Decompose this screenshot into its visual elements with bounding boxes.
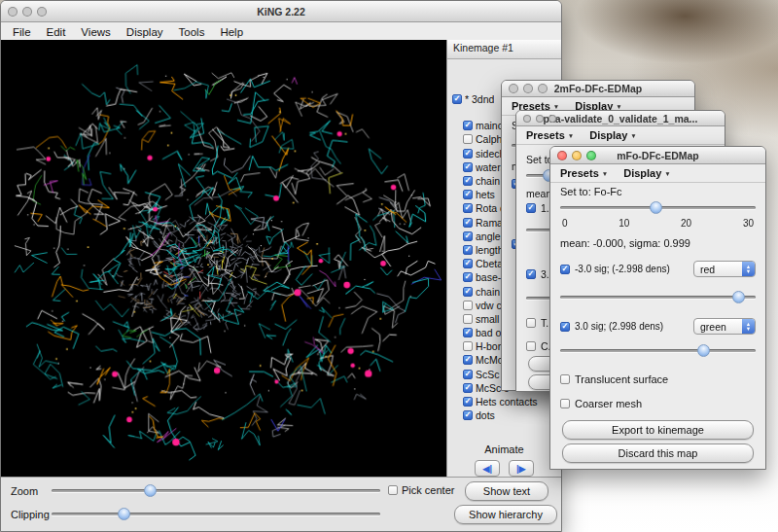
menu-edit[interactable]: Edit [39, 24, 74, 40]
show-hierarchy-button[interactable]: Show hierarchy [454, 505, 557, 524]
panel-item-checkbox[interactable] [463, 314, 473, 324]
panel-item-checkbox[interactable] [463, 134, 473, 144]
neg-contour-label: -3.0 sig; (-2.998 dens) [575, 264, 670, 274]
panel-item-checkbox[interactable] [463, 162, 473, 172]
presets-menu[interactable]: Presets ▼ [526, 129, 574, 141]
panel-item-checkbox[interactable] [463, 287, 473, 297]
neg-contour-slider[interactable] [560, 291, 756, 303]
window-controls [509, 84, 548, 93]
panel-item-checkbox[interactable] [463, 410, 473, 420]
dropdown-arrow-icon: ▼ [664, 170, 670, 177]
panel-item-checkbox[interactable] [463, 272, 473, 282]
close-icon[interactable] [509, 84, 518, 93]
panel-item[interactable]: dots [450, 408, 561, 422]
coarser-mesh-checkbox[interactable] [560, 399, 570, 408]
display-menu[interactable]: Display ▼ [589, 129, 637, 141]
slider-thumb[interactable] [650, 201, 662, 214]
display-menu[interactable]: Display ▼ [623, 167, 671, 179]
display-menu-label: Display [623, 167, 661, 179]
menu-file[interactable]: File [5, 24, 39, 40]
edmap-mfo-titlebar[interactable]: mFo-DFc-EDMap [550, 147, 765, 164]
panel-item-checkbox[interactable] [463, 355, 473, 365]
panel-item-checkbox[interactable] [463, 341, 473, 351]
close-icon[interactable] [523, 115, 531, 123]
popup-down-arrow-icon: ▼ [746, 269, 751, 274]
coarser-mesh-label: Coarser mesh [575, 398, 642, 409]
panel-item-checkbox[interactable] [463, 149, 473, 159]
panel-item-checkbox[interactable] [463, 370, 473, 379]
zoom-window-icon[interactable] [538, 84, 548, 93]
set-to-text: Set to: Fo-Fc [560, 186, 622, 197]
panel-item-checkbox[interactable] [463, 328, 473, 337]
zoom-slider[interactable] [52, 484, 380, 497]
pick-center-checkbox[interactable] [388, 485, 398, 495]
bottom-controls-bar: Zoom Pick center Show text Clipping Show… [1, 477, 561, 531]
coarser-checkbox[interactable] [526, 341, 536, 351]
pos-contour-checkbox[interactable] [560, 322, 570, 332]
slider-track [52, 489, 380, 492]
dropdown-arrow-icon: ▼ [602, 170, 608, 177]
popup-arrows-icon: ▲▼ [742, 262, 755, 276]
panel-item-checkbox[interactable] [463, 383, 473, 393]
panel-item[interactable]: Hets contacts [450, 395, 561, 408]
pka-validate-titlebar[interactable]: pka-validate_0_validate_1_ma... [516, 111, 725, 126]
panel-item-checkbox[interactable] [452, 94, 462, 104]
panel-item-checkbox[interactable] [463, 231, 473, 241]
animate-step-back-button[interactable]: ◀| [475, 460, 500, 477]
tick-label: 10 [619, 218, 629, 229]
slider-thumb[interactable] [732, 291, 745, 303]
zoom-window-icon[interactable] [37, 7, 47, 17]
neg-contour-checkbox[interactable] [560, 265, 570, 274]
animate-step-forward-button[interactable]: |▶ [509, 460, 534, 477]
menu-help[interactable]: Help [212, 24, 251, 40]
panel-item-checkbox[interactable] [463, 190, 473, 199]
pos-contour-slider[interactable] [560, 344, 756, 357]
panel-item-checkbox[interactable] [463, 301, 473, 310]
slider-track [52, 513, 380, 515]
kinemage-panel-header[interactable]: Kinemage #1 [447, 40, 561, 59]
tick-label: 0 [562, 218, 568, 229]
molecular-viewport[interactable] [1, 40, 446, 478]
export-to-kinemage-button[interactable]: Export to kinemage [562, 420, 754, 440]
menu-display[interactable]: Display [119, 24, 171, 40]
map-level-slider[interactable] [560, 201, 756, 214]
neg-contour-color-popup[interactable]: red ▲▼ [693, 261, 756, 277]
panel-item-checkbox[interactable] [463, 121, 473, 130]
panel-item-checkbox[interactable] [463, 397, 473, 407]
translucent-checkbox[interactable] [560, 374, 570, 384]
discard-this-map-button[interactable]: Discard this map [562, 443, 754, 463]
presets-menu[interactable]: Presets ▼ [560, 167, 608, 179]
close-icon[interactable] [8, 7, 18, 17]
show-text-button[interactable]: Show text [465, 481, 548, 501]
main-window-title: KiNG 2.22 [26, 6, 536, 18]
close-icon[interactable] [557, 151, 567, 160]
clipping-slider[interactable] [52, 508, 380, 520]
slider-thumb[interactable] [697, 344, 710, 357]
edmap-2mfo-titlebar[interactable]: 2mFo-DFc-EDMap [502, 81, 694, 97]
minimize-icon[interactable] [22, 7, 32, 17]
contour-checkbox[interactable] [526, 269, 536, 279]
minimize-icon[interactable] [572, 151, 582, 160]
main-window-titlebar[interactable]: KiNG 2.22 [1, 1, 561, 22]
panel-item-checkbox[interactable] [463, 176, 473, 186]
pos-contour-color-popup[interactable]: green ▲▼ [693, 318, 756, 335]
zoom-window-icon[interactable] [548, 115, 556, 123]
panel-item-checkbox[interactable] [463, 245, 473, 255]
translucent-checkbox[interactable] [526, 318, 536, 328]
slider-thumb[interactable] [144, 484, 157, 497]
minimize-icon[interactable] [523, 84, 533, 93]
clipping-label: Clipping [11, 509, 50, 520]
panel-item-checkbox[interactable] [463, 218, 473, 228]
menu-views[interactable]: Views [73, 24, 118, 40]
slider-thumb[interactable] [118, 508, 130, 520]
panel-item-checkbox[interactable] [463, 203, 473, 213]
zoom-window-icon[interactable] [586, 151, 596, 160]
menu-tools[interactable]: Tools [171, 24, 213, 40]
slider-track [560, 296, 756, 299]
panel-item-checkbox[interactable] [463, 259, 473, 268]
stats-row: mean: -0.000, sigma: 0.999 [560, 237, 756, 249]
panel-item-label: hets [476, 189, 495, 200]
minimize-icon[interactable] [536, 115, 544, 123]
contour-checkbox[interactable] [526, 203, 536, 213]
presets-menu-label: Presets [560, 167, 599, 179]
